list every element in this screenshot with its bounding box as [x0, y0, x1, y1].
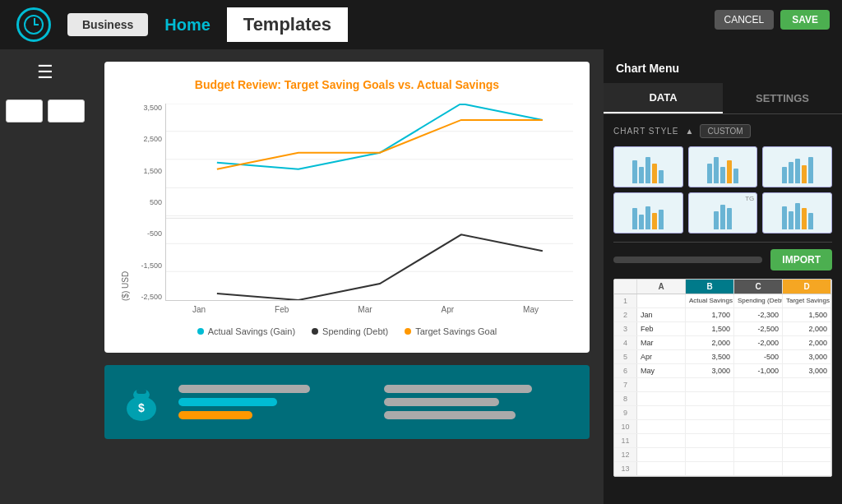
- x-tick-jan: Jan: [192, 305, 206, 314]
- ss-cell-10a[interactable]: [637, 420, 686, 433]
- ss-cell-13c[interactable]: [734, 462, 783, 475]
- ss-cell-5d[interactable]: 3,000: [783, 350, 831, 363]
- ss-cell-1c[interactable]: Spending (Debt): [734, 294, 783, 307]
- chart-thumb-1[interactable]: [613, 146, 683, 187]
- ss-rownum-2: 2: [614, 308, 637, 321]
- ss-cell-11b[interactable]: [686, 434, 734, 447]
- ss-cell-4d[interactable]: 2,000: [783, 336, 831, 349]
- ss-cell-7d[interactable]: [783, 378, 831, 391]
- business-button[interactable]: Business: [67, 13, 148, 36]
- ss-cell-9a[interactable]: [637, 406, 686, 419]
- x-tick-mar: Mar: [358, 305, 372, 314]
- ss-cell-6c[interactable]: -1,000: [734, 364, 783, 377]
- chart-thumb-2[interactable]: [688, 146, 758, 187]
- ss-cell-9c[interactable]: [734, 406, 783, 419]
- legend-dot-target: [405, 328, 411, 335]
- ss-cell-7b[interactable]: [686, 378, 734, 391]
- legend-label-target: Target Savings Goal: [415, 326, 497, 336]
- ss-cell-2a[interactable]: Jan: [637, 308, 686, 321]
- ss-cell-13d[interactable]: [783, 462, 831, 475]
- spreadsheet[interactable]: A B C D 1 Actual Savings (Gain) Spending…: [613, 279, 832, 477]
- ss-cell-1a[interactable]: [637, 294, 686, 307]
- chart-style-row: CHART STYLE ▲ CUSTOM: [613, 124, 832, 138]
- ss-row-6: 6 May 3,000 -1,000 3,000: [614, 364, 831, 378]
- ss-row-9: 9: [614, 406, 831, 420]
- ss-cell-1b[interactable]: Actual Savings (Gain): [686, 294, 734, 307]
- bar-line-3: [178, 411, 252, 419]
- chart-thumb-5[interactable]: TG: [688, 192, 758, 234]
- ss-col-header-b: B: [686, 280, 734, 294]
- bar-line-r1: [384, 385, 532, 393]
- chart-container: Budget Review: Target Saving Goals vs. A…: [104, 62, 590, 353]
- ss-cell-9b[interactable]: [686, 406, 734, 419]
- ss-cell-3b[interactable]: 1,500: [686, 322, 734, 335]
- ss-cell-12c[interactable]: [734, 448, 783, 461]
- legend-label-actual: Actual Savings (Gain): [208, 326, 295, 336]
- legend-target: Target Savings Goal: [405, 326, 497, 336]
- chart-thumb-3[interactable]: [762, 146, 832, 187]
- ss-cell-8d[interactable]: [783, 392, 831, 405]
- ss-cell-7c[interactable]: [734, 378, 783, 391]
- chart-menu-tabs: DATA SETTINGS: [604, 83, 842, 114]
- ss-cell-11d[interactable]: [783, 434, 831, 447]
- ss-cell-11c[interactable]: [734, 434, 783, 447]
- ss-cell-5b[interactable]: 3,500: [686, 350, 734, 363]
- ss-cell-5c[interactable]: -500: [734, 350, 783, 363]
- ss-cell-6b[interactable]: 3,000: [686, 364, 734, 377]
- ss-cell-12b[interactable]: [686, 448, 734, 461]
- import-row: IMPORT: [613, 249, 832, 270]
- tab-settings[interactable]: SETTINGS: [723, 83, 842, 113]
- toolbar-btn-1[interactable]: [6, 99, 43, 123]
- ss-cell-3a[interactable]: Feb: [637, 322, 686, 335]
- chart-style-badge[interactable]: CUSTOM: [700, 124, 750, 138]
- ss-cell-12d[interactable]: [783, 448, 831, 461]
- chart-menu-body: CHART STYLE ▲ CUSTOM: [604, 114, 842, 504]
- ss-cell-10c[interactable]: [734, 420, 783, 433]
- hamburger-menu[interactable]: ☰: [37, 62, 53, 83]
- import-button[interactable]: IMPORT: [770, 249, 832, 270]
- ss-rownum-8: 8: [614, 392, 637, 405]
- ss-cell-3c[interactable]: -2,500: [734, 322, 783, 335]
- svg-text:$: $: [138, 401, 145, 414]
- ss-cell-10d[interactable]: [783, 420, 831, 433]
- ss-cell-3d[interactable]: 2,000: [783, 322, 831, 335]
- ss-cell-13a[interactable]: [637, 462, 686, 475]
- chart-legend: Actual Savings (Gain) Spending (Debt) Ta…: [121, 326, 573, 336]
- top-nav: Business Home Templates CANCEL SAVE: [0, 0, 842, 49]
- ss-cell-2d[interactable]: 1,500: [783, 308, 831, 321]
- ss-row-2: 2 Jan 1,700 -2,300 1,500: [614, 308, 831, 322]
- toolbar-btn-2[interactable]: [48, 99, 85, 123]
- ss-cell-7a[interactable]: [637, 378, 686, 391]
- ss-cell-4c[interactable]: -2,000: [734, 336, 783, 349]
- chart-thumb-4[interactable]: [613, 192, 683, 234]
- bar-line-1: [178, 385, 310, 393]
- ss-cell-9d[interactable]: [783, 406, 831, 419]
- ss-rownum-5: 5: [614, 350, 637, 363]
- ss-cell-11a[interactable]: [637, 434, 686, 447]
- ss-cell-4b[interactable]: 2,000: [686, 336, 734, 349]
- legend-label-spending: Spending (Debt): [322, 326, 388, 336]
- ss-cell-12a[interactable]: [637, 448, 686, 461]
- ss-cell-13b[interactable]: [686, 462, 734, 475]
- x-tick-apr: Apr: [442, 305, 455, 314]
- templates-link[interactable]: Templates: [227, 7, 348, 42]
- chart-thumb-6[interactable]: [762, 192, 832, 234]
- ss-cell-4a[interactable]: Mar: [637, 336, 686, 349]
- cancel-button[interactable]: CANCEL: [715, 10, 775, 30]
- home-link[interactable]: Home: [164, 16, 210, 35]
- ss-cell-1d[interactable]: Target Savings Goal: [783, 294, 831, 307]
- save-button[interactable]: SAVE: [780, 10, 830, 30]
- chart-y-label: ($) USD: [121, 104, 130, 301]
- tab-data[interactable]: DATA: [604, 83, 723, 113]
- ss-cell-5a[interactable]: Apr: [637, 350, 686, 363]
- ss-cell-8a[interactable]: [637, 392, 686, 405]
- ss-cell-2b[interactable]: 1,700: [686, 308, 734, 321]
- y-tick-2: 2,500: [134, 135, 162, 143]
- ss-cell-10b[interactable]: [686, 420, 734, 433]
- ss-cell-6a[interactable]: May: [637, 364, 686, 377]
- legend-spending: Spending (Debt): [312, 326, 388, 336]
- ss-cell-6d[interactable]: 3,000: [783, 364, 831, 377]
- ss-cell-8b[interactable]: [686, 392, 734, 405]
- ss-cell-2c[interactable]: -2,300: [734, 308, 783, 321]
- ss-cell-8c[interactable]: [734, 392, 783, 405]
